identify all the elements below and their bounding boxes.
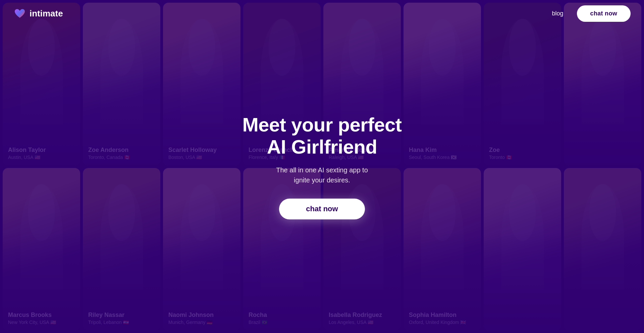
logo-link[interactable]: intimate — [13, 7, 63, 20]
nav-right: blog chat now — [552, 5, 631, 22]
hero-title: Meet your perfect AI Girlfriend — [221, 114, 423, 158]
hero-section: Meet your perfect AI Girlfriend The all … — [221, 114, 423, 219]
hero-title-line1: Meet your perfect — [243, 114, 402, 135]
nav-chat-now-button[interactable]: chat now — [577, 5, 631, 22]
hero-chat-now-button[interactable]: chat now — [279, 199, 365, 219]
hero-subtitle: The all in one AI sexting app toignite y… — [221, 165, 423, 185]
logo-heart-icon — [13, 7, 26, 20]
hero-title-line2: AI Girlfriend — [267, 136, 377, 158]
navbar: intimate blog chat now — [0, 0, 644, 27]
blog-link[interactable]: blog — [552, 10, 564, 17]
logo-text: intimate — [30, 8, 63, 19]
